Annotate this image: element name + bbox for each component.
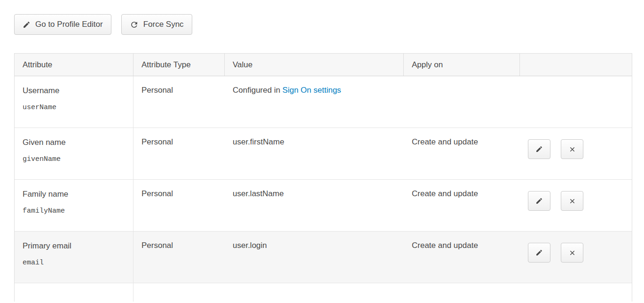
attribute-label: Given name <box>23 137 125 147</box>
attribute-cell: Family name familyName <box>15 180 134 231</box>
force-sync-label: Force Sync <box>143 20 184 29</box>
pencil-icon <box>23 21 31 29</box>
attribute-cell: Username userName <box>15 76 134 128</box>
sign-on-settings-link[interactable]: Sign On settings <box>283 86 341 95</box>
x-icon <box>569 146 576 153</box>
attribute-cell: Primary email email <box>15 231 134 283</box>
table-row: Primary email email Personal user.login … <box>15 231 632 283</box>
attribute-label: Username <box>23 86 125 96</box>
attribute-type: Personal <box>134 76 225 128</box>
attribute-mappings-page: Go to Profile Editor Force Sync Attribut… <box>0 0 644 302</box>
table-body: Username userName Personal Configured in… <box>15 76 632 283</box>
value-text: user.login <box>233 241 267 250</box>
go-to-profile-editor-button[interactable]: Go to Profile Editor <box>14 14 111 35</box>
attribute-value-cell: user.login <box>225 231 404 283</box>
header-value: Value <box>225 54 404 76</box>
attribute-type: Personal <box>134 180 225 231</box>
table-row: Family name familyName Personal user.las… <box>15 180 632 231</box>
attribute-label: Family name <box>23 189 125 199</box>
attribute-variable: familyName <box>23 207 125 215</box>
attribute-value-cell: user.firstName <box>225 128 404 179</box>
attribute-cell: Given name givenName <box>15 128 134 179</box>
apply-on: Create and update <box>404 180 520 231</box>
edit-mapping-button[interactable] <box>528 243 550 263</box>
attribute-value-cell: Configured in Sign On settings <box>225 76 404 128</box>
apply-on: Create and update <box>404 231 520 283</box>
header-actions <box>520 54 632 76</box>
partial-attribute-cell <box>15 283 134 302</box>
header-attribute-type: Attribute Type <box>134 54 225 76</box>
go-to-profile-editor-label: Go to Profile Editor <box>35 20 103 29</box>
delete-mapping-button[interactable] <box>561 139 583 159</box>
attribute-type: Personal <box>134 128 225 179</box>
attribute-mappings-table: Attribute Attribute Type Value Apply on … <box>14 53 632 302</box>
x-icon <box>569 249 576 256</box>
table-row: Given name givenName Personal user.first… <box>15 128 632 180</box>
value-text: Configured in <box>233 86 283 95</box>
force-sync-button[interactable]: Force Sync <box>121 14 192 35</box>
attribute-variable: givenName <box>23 155 125 163</box>
apply-on: Create and update <box>404 128 520 179</box>
refresh-icon <box>130 20 139 29</box>
value-text: user.lastName <box>233 189 284 198</box>
table-row: Username userName Personal Configured in… <box>15 76 632 128</box>
delete-mapping-button[interactable] <box>561 243 583 263</box>
delete-mapping-button[interactable] <box>561 191 583 211</box>
row-actions <box>520 128 632 179</box>
attribute-value-cell: user.lastName <box>225 180 404 231</box>
apply-on <box>404 76 520 128</box>
header-apply-on: Apply on <box>404 54 520 76</box>
x-icon <box>569 198 576 205</box>
pencil-icon <box>535 145 543 153</box>
table-header: Attribute Attribute Type Value Apply on <box>15 54 632 76</box>
attribute-variable: userName <box>23 104 125 112</box>
pencil-icon <box>535 197 543 205</box>
value-text: user.firstName <box>233 137 284 146</box>
edit-mapping-button[interactable] <box>528 139 550 159</box>
attribute-label: Primary email <box>23 241 125 251</box>
table-row-partial <box>15 283 632 302</box>
row-actions <box>520 231 632 283</box>
pencil-icon <box>535 249 543 256</box>
attribute-type: Personal <box>134 231 225 283</box>
row-actions <box>520 180 632 231</box>
header-attribute: Attribute <box>15 54 134 76</box>
toolbar: Go to Profile Editor Force Sync <box>14 14 632 35</box>
attribute-variable: email <box>23 259 125 267</box>
edit-mapping-button[interactable] <box>528 191 550 211</box>
